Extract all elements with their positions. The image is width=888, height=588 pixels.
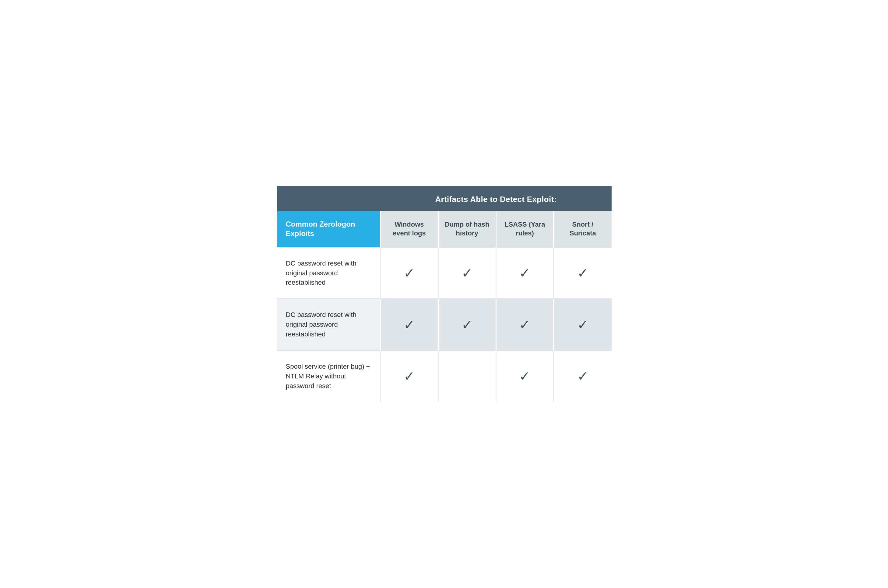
checkmark-icon: ✓ [404, 265, 415, 281]
checkmark-icon: ✓ [577, 317, 588, 333]
checkmark-icon: ✓ [577, 265, 588, 281]
main-header-cell: Artifacts Able to Detect Exploit: [381, 186, 612, 211]
exploit-column-header: Common Zerologon Exploits [277, 211, 381, 247]
column-header-row: Common Zerologon Exploits Windows event … [277, 211, 612, 247]
exploit-cell-1: DC password reset with original password… [277, 247, 381, 299]
main-header-row: Artifacts Able to Detect Exploit: [277, 186, 612, 211]
table-row: Spool service (printer bug) + NTLM Relay… [277, 350, 612, 402]
table-row: DC password reset with original password… [277, 299, 612, 350]
col1-header-text: Windows event logs [393, 220, 426, 237]
checkmark-icon: ✓ [519, 265, 530, 281]
check-cell-1-4: ✓ [554, 247, 612, 299]
check-cell-1-2: ✓ [438, 247, 496, 299]
checkmark-icon: ✓ [577, 368, 588, 384]
check-cell-3-2 [438, 350, 496, 402]
exploit-text-3: Spool service (printer bug) + NTLM Relay… [286, 363, 370, 390]
col4-header: Snort / Suricata [554, 211, 612, 247]
check-cell-2-1: ✓ [381, 299, 438, 350]
checkmark-icon: ✓ [519, 368, 530, 384]
col3-header: LSASS (Yara rules) [496, 211, 554, 247]
check-cell-1-1: ✓ [381, 247, 438, 299]
checkmark-icon: ✓ [462, 317, 473, 333]
exploit-cell-3: Spool service (printer bug) + NTLM Relay… [277, 350, 381, 402]
check-cell-1-3: ✓ [496, 247, 554, 299]
col2-header: Dump of hash history [438, 211, 496, 247]
comparison-table-wrapper: Artifacts Able to Detect Exploit: Common… [277, 186, 612, 402]
col1-header: Windows event logs [381, 211, 438, 247]
exploit-text-2: DC password reset with original password… [286, 311, 357, 338]
checkmark-icon: ✓ [462, 265, 473, 281]
checkmark-icon: ✓ [404, 368, 415, 384]
exploit-cell-2: DC password reset with original password… [277, 299, 381, 350]
check-cell-2-2: ✓ [438, 299, 496, 350]
exploit-column-header-text: Common Zerologon Exploits [286, 220, 355, 238]
comparison-table: Artifacts Able to Detect Exploit: Common… [277, 186, 612, 402]
check-cell-2-4: ✓ [554, 299, 612, 350]
check-cell-2-3: ✓ [496, 299, 554, 350]
col3-header-text: LSASS (Yara rules) [504, 220, 545, 237]
table-row: DC password reset with original password… [277, 247, 612, 299]
check-cell-3-1: ✓ [381, 350, 438, 402]
exploit-text-1: DC password reset with original password… [286, 260, 357, 286]
col2-header-text: Dump of hash history [445, 220, 489, 237]
check-cell-3-3: ✓ [496, 350, 554, 402]
check-cell-3-4: ✓ [554, 350, 612, 402]
checkmark-icon: ✓ [404, 317, 415, 333]
col4-header-text: Snort / Suricata [570, 220, 596, 237]
checkmark-icon: ✓ [519, 317, 530, 333]
main-header-text: Artifacts Able to Detect Exploit: [435, 195, 557, 204]
